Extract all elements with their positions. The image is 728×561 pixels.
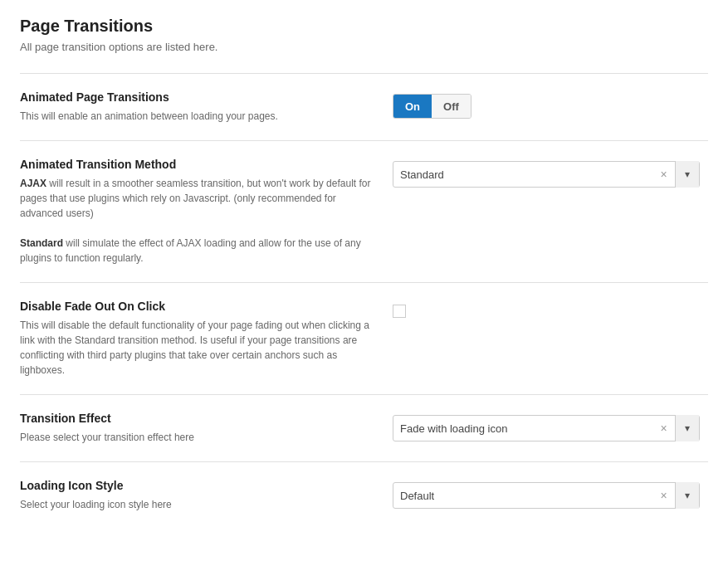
loading-icon-select-value: Default [393, 490, 652, 502]
transition-method-desc: AJAX will result in a smoother seamless … [20, 176, 376, 266]
transition-effect-clear-icon[interactable]: × [652, 415, 676, 441]
loading-icon-arrow-icon[interactable]: ▾ [676, 482, 699, 509]
transition-method-title: Animated Transition Method [20, 158, 376, 171]
transition-effect-arrow-icon[interactable]: ▾ [676, 415, 699, 441]
transition-effect-desc: Please select your transition effect her… [20, 430, 376, 445]
toggle-off-button[interactable]: Off [432, 95, 471, 119]
loading-icon-title: Loading Icon Style [20, 479, 376, 492]
loading-icon-clear-icon[interactable]: × [652, 482, 676, 509]
section-animated-transitions: Animated Page Transitions This will enab… [20, 73, 708, 140]
ajax-bold: AJAX [20, 178, 46, 189]
transition-effect-title: Transition Effect [20, 412, 376, 425]
loading-icon-desc: Select your loading icon style here [20, 497, 376, 512]
transition-effect-select-value: Fade with loading icon [393, 422, 652, 435]
page-title: Page Transitions [20, 17, 708, 36]
disable-fade-desc: This will disable the default functional… [20, 318, 376, 378]
transition-method-select-value: Standard [393, 168, 652, 181]
ajax-rest: will result in a smoother seamless trans… [20, 178, 370, 219]
transition-method-select[interactable]: Standard × ▾ [393, 161, 700, 188]
animated-transitions-title: Animated Page Transitions [20, 90, 376, 104]
page-subtitle: All page transition options are listed h… [20, 41, 708, 53]
standard-rest: will simulate the effect of AJAX loading… [20, 237, 361, 264]
transition-method-arrow-icon[interactable]: ▾ [676, 161, 699, 188]
transition-effect-select[interactable]: Fade with loading icon × ▾ [393, 415, 700, 441]
disable-fade-checkbox[interactable] [393, 305, 406, 318]
disable-fade-title: Disable Fade Out On Click [20, 300, 376, 313]
standard-bold: Standard [20, 237, 63, 249]
section-disable-fade: Disable Fade Out On Click This will disa… [20, 282, 708, 394]
section-transition-effect: Transition Effect Please select your tra… [20, 394, 708, 461]
section-loading-icon: Loading Icon Style Select your loading i… [20, 461, 708, 529]
animated-transitions-desc: This will enable an animation between lo… [20, 109, 376, 124]
animated-transitions-toggle[interactable]: On Off [393, 94, 471, 119]
toggle-on-button[interactable]: On [393, 95, 432, 119]
loading-icon-select[interactable]: Default × ▾ [393, 482, 700, 509]
transition-method-clear-icon[interactable]: × [652, 161, 676, 188]
section-transition-method: Animated Transition Method AJAX will res… [20, 140, 708, 282]
